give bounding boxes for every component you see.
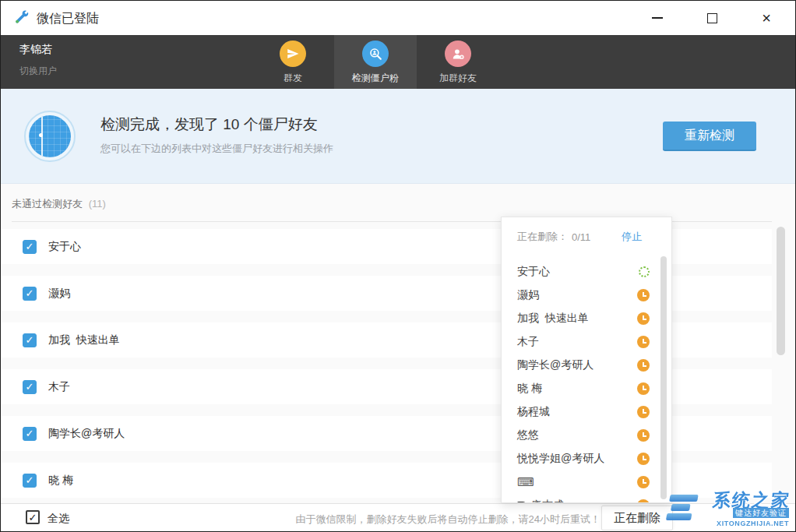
radar-icon	[24, 111, 76, 162]
section-title: 未通过检测好友	[12, 198, 83, 210]
deleting-button[interactable]: 正在删除	[601, 506, 673, 530]
clock-icon	[637, 453, 650, 465]
progress-label: 正在删除：	[517, 230, 568, 244]
result-banner: 检测完成，发现了 10 个僵尸好友 您可以在下边的列表中对这些僵尸好友进行相关操…	[1, 89, 795, 184]
result-subtitle: 您可以在下边的列表中对这些僵尸好友进行相关操作	[100, 142, 333, 156]
app-window: 微信已登陆 × 李锦若 切换用户 群发	[0, 0, 796, 532]
minimize-icon	[652, 17, 663, 19]
tab-add-group-friends[interactable]: 加群好友	[417, 35, 499, 89]
maximize-icon	[707, 13, 717, 23]
popup-item: 木子	[502, 330, 671, 354]
list-scrollbar[interactable]	[777, 227, 785, 355]
watermark-domain: XITONGZHIJIA.NET	[717, 520, 789, 527]
check-icon: ✓	[26, 381, 34, 393]
tab-detect-zombie-fans[interactable]: 检测僵户粉	[334, 35, 417, 89]
section-count: (11)	[89, 198, 106, 210]
main-header: 李锦若 切换用户 群发 检测僵户粉	[1, 35, 795, 89]
limit-hint-text: 由于微信限制，删除好友失败后将自动停止删除，请24小时后重试！	[296, 513, 601, 527]
popup-item: ⌨	[502, 470, 671, 494]
popup-item-list: 安于心 灏妈 加我 快速出单 木子 陶学长@考研人 晓 梅	[502, 260, 671, 503]
popup-item: 悦悦学姐@考研人	[502, 447, 671, 470]
close-button[interactable]: ×	[748, 1, 784, 35]
add-person-icon	[445, 41, 471, 67]
clock-icon	[637, 289, 650, 301]
popup-item: 悠悠	[502, 424, 671, 447]
check-icon: ✓	[26, 334, 34, 346]
select-all-label: 全选	[48, 512, 69, 526]
clock-icon	[637, 476, 650, 488]
re-detect-button[interactable]: 重新检测	[663, 122, 756, 151]
clock-icon	[637, 499, 650, 503]
site-watermark: 系统之家 键达好友验证 XITONGZHIJIA.NET	[667, 491, 794, 530]
friend-name: 陶学长@考研人	[48, 427, 125, 441]
checkbox-checked[interactable]: ✓	[23, 427, 37, 441]
watermark-logo-icon	[664, 495, 701, 527]
popup-item: 唐志成	[502, 494, 671, 503]
check-icon: ✓	[29, 512, 37, 523]
spinner-icon	[639, 266, 650, 277]
nav-label: 群发	[284, 72, 302, 85]
progress-value: 0/11	[572, 231, 590, 243]
window-title: 微信已登陆	[37, 11, 99, 27]
friend-list-panel: 未通过检测好友 (11) ✓ 安于心 ✓ 灏妈 ✓ 加我 快速出单 ✓ 木子 ✓	[1, 184, 795, 503]
select-all-checkbox[interactable]: ✓	[26, 510, 40, 524]
nav-label: 检测僵户粉	[352, 72, 399, 85]
main-nav: 群发 检测僵户粉	[252, 35, 499, 89]
check-icon: ✓	[26, 474, 34, 486]
clock-icon	[637, 406, 650, 418]
clock-icon	[637, 336, 650, 348]
friend-name: 加我 快速出单	[48, 333, 120, 347]
checkbox-checked[interactable]: ✓	[23, 333, 37, 347]
friend-name: 晓 梅	[48, 474, 73, 488]
popup-item: 杨程城	[502, 400, 671, 424]
tab-mass-send[interactable]: 群发	[252, 35, 334, 89]
username: 李锦若	[19, 43, 52, 57]
dark-emoji-icon	[517, 502, 527, 503]
popup-item: 灏妈	[502, 284, 671, 307]
checkbox-checked[interactable]: ✓	[23, 380, 37, 394]
paper-plane-icon	[280, 41, 306, 67]
clock-icon	[637, 429, 650, 442]
popup-item: 陶学长@考研人	[502, 354, 671, 377]
popup-item: 加我 快速出单	[502, 307, 671, 330]
checkbox-checked[interactable]: ✓	[23, 240, 37, 254]
friend-name: 安于心	[48, 240, 81, 254]
check-icon: ✓	[26, 428, 34, 439]
minimize-button[interactable]	[639, 1, 675, 35]
friend-name: 木子	[48, 380, 70, 394]
checkbox-checked[interactable]: ✓	[23, 474, 37, 488]
popup-item: 晓 梅	[502, 377, 671, 400]
keyboard-emoji-icon: ⌨	[517, 475, 534, 489]
stop-link[interactable]: 停止	[622, 230, 642, 244]
section-header: 未通过检测好友 (11)	[1, 184, 795, 210]
app-logo-wrench-icon	[13, 9, 30, 26]
deleting-popup: 正在删除： 0/11 停止 安于心 灏妈 加我 快速出单 木子 陶学长@考研	[501, 217, 672, 503]
checkbox-checked[interactable]: ✓	[23, 287, 37, 301]
maximize-button[interactable]	[694, 1, 730, 35]
check-icon: ✓	[26, 241, 34, 252]
result-title: 检测完成，发现了 10 个僵尸好友	[100, 115, 318, 135]
switch-user-link[interactable]: 切换用户	[19, 65, 57, 78]
clock-icon	[637, 382, 650, 395]
nav-label: 加群好友	[439, 72, 477, 85]
friend-list: ✓ 安于心 ✓ 灏妈 ✓ 加我 快速出单 ✓ 木子 ✓ 陶学长@考研人 ✓ 晓 …	[1, 229, 795, 498]
clock-icon	[637, 359, 650, 372]
titlebar: 微信已登陆 ×	[1, 1, 795, 35]
friend-name: 灏妈	[48, 287, 70, 301]
popup-scrollbar[interactable]	[660, 256, 667, 499]
watermark-slogan: 键达好友验证	[733, 508, 789, 518]
check-icon: ✓	[26, 287, 34, 299]
magnifier-person-icon	[362, 41, 389, 67]
popup-item: 安于心	[502, 260, 671, 284]
clock-icon	[637, 312, 650, 325]
popup-header: 正在删除： 0/11 停止	[517, 230, 642, 244]
